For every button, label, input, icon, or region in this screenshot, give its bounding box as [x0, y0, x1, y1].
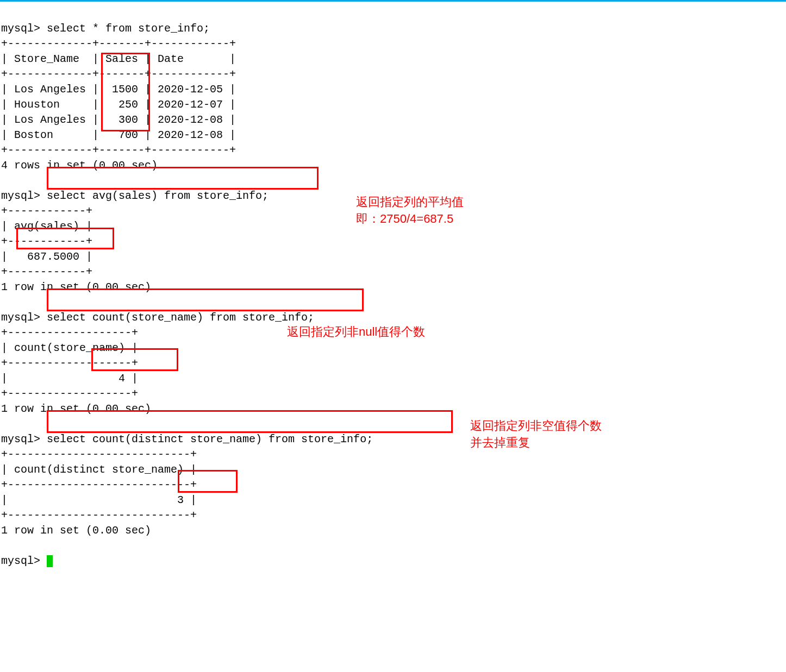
table4-footer: 1 row in set (0.00 sec): [1, 524, 151, 537]
table1-sep: +-------------+-------+------------+: [1, 144, 236, 156]
annotation-count-distinct: 返回指定列非空值得个数 并去掉重复: [470, 418, 644, 451]
query-select-all: select * from store_info;: [47, 22, 210, 35]
table3-sep: +-------------------+: [1, 326, 138, 339]
annotation-count: 返回指定列非null值得个数: [287, 324, 477, 341]
table4-sep: +----------------------------+: [1, 448, 197, 461]
highlight-count-distinct-result: [178, 470, 238, 493]
annotation-count-text: 返回指定列非null值得个数: [287, 325, 425, 338]
highlight-sales-column: [101, 53, 150, 131]
prompt: mysql>: [1, 22, 40, 35]
terminal-cursor: [47, 555, 53, 567]
prompt: mysql>: [1, 433, 40, 445]
query-count-distinct: select count(distinct store_name) from s…: [47, 433, 373, 445]
table2-sep: +------------+: [1, 205, 92, 217]
table1-sep: +-------------+-------+------------+: [1, 37, 236, 50]
highlight-query-count: [47, 288, 364, 311]
table3-sep: +-------------------+: [1, 387, 138, 400]
annotation-avg-line1: 返回指定列的平均值: [356, 194, 530, 211]
table2-row: | 687.5000 |: [1, 250, 92, 263]
highlight-avg-result: [16, 228, 114, 249]
prompt: mysql>: [1, 190, 40, 202]
highlight-count-result: [91, 348, 178, 371]
annotation-avg: 返回指定列的平均值 即：2750/4=687.5: [356, 194, 530, 228]
annotation-distinct-line2: 并去掉重复: [470, 435, 644, 451]
highlight-query-avg: [47, 167, 319, 190]
table3-row: | 4 |: [1, 372, 138, 385]
annotation-avg-line2: 即：2750/4=687.5: [356, 211, 530, 228]
prompt: mysql>: [1, 555, 40, 567]
highlight-query-count-distinct: [47, 410, 453, 433]
query-count: select count(store_name) from store_info…: [47, 311, 314, 324]
annotation-distinct-line1: 返回指定列非空值得个数: [470, 418, 644, 435]
table2-sep: +------------+: [1, 266, 92, 278]
table4-header: | count(distinct store_name) |: [1, 463, 197, 476]
table4-sep: +----------------------------+: [1, 509, 197, 522]
table4-row: | 3 |: [1, 494, 197, 506]
table4-sep: +----------------------------+: [1, 479, 197, 491]
prompt: mysql>: [1, 311, 40, 324]
terminal-output: mysql> select * from store_info; +------…: [0, 2, 786, 672]
query-avg: select avg(sales) from store_info;: [47, 190, 269, 202]
